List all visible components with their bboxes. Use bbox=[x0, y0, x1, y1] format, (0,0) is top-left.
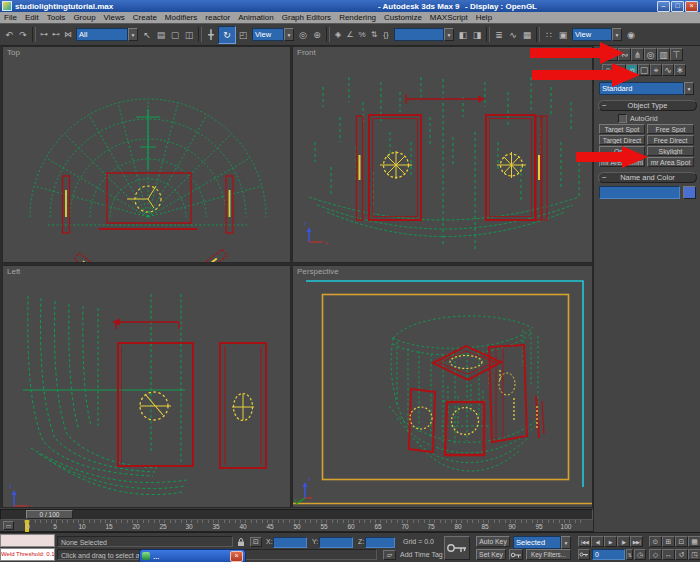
chevron-down-icon[interactable]: ▼ bbox=[684, 82, 694, 95]
schematic-view-icon[interactable]: ▦ bbox=[520, 27, 534, 43]
close-button[interactable]: × bbox=[685, 1, 698, 12]
select-and-rotate-icon[interactable]: ↻ bbox=[218, 26, 236, 44]
mirror-icon[interactable]: ◧ bbox=[456, 27, 470, 43]
chevron-down-icon[interactable]: ▼ bbox=[284, 28, 294, 41]
tab-utilities-icon[interactable]: ⊤ bbox=[670, 48, 683, 61]
menu-item-customize[interactable]: Customize bbox=[380, 13, 426, 22]
free-direct-button[interactable]: Free Direct bbox=[647, 135, 694, 145]
menu-item-create[interactable]: Create bbox=[129, 13, 161, 22]
free-spot-button[interactable]: Free Spot bbox=[647, 124, 694, 134]
set-key-button[interactable]: Set Key bbox=[476, 549, 506, 560]
title-bar[interactable]: studiolightingtutorial.max - Autodesk 3d… bbox=[0, 0, 700, 12]
y-coordinate-field[interactable] bbox=[319, 537, 353, 548]
render-type-dropdown[interactable]: View ▼ bbox=[572, 28, 622, 41]
category-systems-icon[interactable]: ∗ bbox=[674, 64, 686, 76]
redo-icon[interactable]: ↷ bbox=[16, 27, 30, 43]
layer-manager-icon[interactable]: ≣ bbox=[492, 27, 506, 43]
menu-item-graph-editors[interactable]: Graph Editors bbox=[278, 13, 335, 22]
use-pivot-center-icon[interactable]: ◎ bbox=[296, 27, 310, 43]
mr-area-spot-button[interactable]: mr Area Spot bbox=[647, 157, 694, 167]
chevron-down-icon[interactable]: ▼ bbox=[561, 536, 571, 549]
pan-icon[interactable]: ↔ bbox=[662, 549, 675, 560]
selected-set-dropdown[interactable]: Selected ▼ bbox=[513, 536, 571, 549]
absolute-offset-toggle-icon[interactable]: ⊡ bbox=[250, 537, 262, 547]
popup-close-icon[interactable]: × bbox=[230, 551, 243, 562]
select-by-name-icon[interactable]: ▤ bbox=[154, 27, 168, 43]
quick-render-icon[interactable]: ◉ bbox=[624, 27, 638, 43]
menu-item-animation[interactable]: Animation bbox=[234, 13, 278, 22]
viewport-label-perspective[interactable]: Perspective bbox=[297, 267, 339, 276]
time-slider-track[interactable]: 0 / 100 bbox=[0, 509, 593, 520]
category-spacewarps-icon[interactable]: ∿ bbox=[662, 64, 674, 76]
selection-filter-dropdown[interactable]: All ▼ bbox=[76, 28, 138, 41]
go-to-end-button[interactable]: ▶▶| bbox=[630, 536, 643, 547]
align-icon[interactable]: ◨ bbox=[470, 27, 484, 43]
tab-display-icon[interactable]: ▥ bbox=[657, 48, 670, 61]
previous-frame-button[interactable]: ◀| bbox=[591, 536, 604, 547]
next-frame-button[interactable]: |▶ bbox=[617, 536, 630, 547]
spinner-snap-icon[interactable]: ⇅ bbox=[368, 27, 380, 43]
field-of-view-icon[interactable]: ◇ bbox=[649, 549, 662, 560]
menu-item-views[interactable]: Views bbox=[100, 13, 129, 22]
tab-hierarchy-icon[interactable]: ⋔ bbox=[631, 48, 644, 61]
chevron-down-icon[interactable]: ▼ bbox=[128, 28, 138, 41]
arc-rotate-icon[interactable]: ↺ bbox=[675, 549, 688, 560]
viewport-label-top[interactable]: Top bbox=[7, 48, 20, 57]
zoom-all-icon[interactable]: ⊞ bbox=[662, 536, 675, 547]
key-filters-button[interactable]: Key Filters... bbox=[526, 549, 571, 560]
menu-item-rendering[interactable]: Rendering bbox=[335, 13, 380, 22]
time-tag-icon[interactable]: ▱ bbox=[383, 550, 396, 560]
maxscript-macro-pane[interactable] bbox=[0, 534, 55, 547]
viewport-left[interactable]: xz Left bbox=[2, 265, 291, 508]
select-object-icon[interactable]: ↖ bbox=[140, 27, 154, 43]
play-button[interactable]: ▶ bbox=[604, 536, 617, 547]
target-direct-button[interactable]: Target Direct bbox=[599, 135, 645, 145]
x-coordinate-field[interactable] bbox=[273, 537, 307, 548]
menu-item-modifiers[interactable]: Modifiers bbox=[161, 13, 201, 22]
name-color-rollout-header[interactable]: − Name and Color bbox=[598, 172, 697, 183]
add-time-tag[interactable]: Add Time Tag bbox=[400, 551, 443, 558]
viewport-top[interactable]: xy Top bbox=[2, 46, 291, 263]
time-slider-handle[interactable]: 0 / 100 bbox=[26, 510, 73, 519]
keyable-icons-button[interactable] bbox=[509, 549, 523, 560]
material-editor-icon[interactable]: ∷ bbox=[542, 27, 556, 43]
auto-key-button[interactable]: Auto Key bbox=[476, 536, 510, 547]
select-and-link-icon[interactable]: ⊶ bbox=[38, 27, 50, 43]
popup-window-titlebar[interactable]: … × bbox=[139, 549, 246, 562]
menu-item-reactor[interactable]: reactor bbox=[201, 13, 234, 22]
category-helpers-icon[interactable]: ⌖ bbox=[650, 64, 662, 76]
selection-lock-icon[interactable] bbox=[236, 537, 246, 547]
window-crossing-icon[interactable]: ◫ bbox=[182, 27, 196, 43]
snap-toggle-icon[interactable]: ◈ bbox=[332, 27, 344, 43]
object-name-field[interactable] bbox=[599, 186, 680, 199]
viewport-label-left[interactable]: Left bbox=[7, 267, 20, 276]
percent-snap-icon[interactable]: % bbox=[356, 27, 368, 43]
set-key-mode-button[interactable] bbox=[444, 536, 470, 560]
zoom-extents-icon[interactable]: ⊡ bbox=[675, 536, 688, 547]
tab-motion-icon[interactable]: ◎ bbox=[644, 48, 657, 61]
unlink-selection-icon[interactable]: ⊷ bbox=[50, 27, 62, 43]
reference-coordinate-dropdown[interactable]: View ▼ bbox=[252, 28, 294, 41]
render-setup-icon[interactable]: ▣ bbox=[556, 27, 570, 43]
go-to-start-button[interactable]: |◀◀ bbox=[578, 536, 591, 547]
bind-to-space-warp-icon[interactable]: ⋈ bbox=[62, 27, 74, 43]
select-and-manipulate-icon[interactable]: ⊛ bbox=[310, 27, 324, 43]
target-spot-button[interactable]: Target Spot bbox=[599, 124, 645, 134]
angle-snap-icon[interactable]: ∠ bbox=[344, 27, 356, 43]
menu-item-tools[interactable]: Tools bbox=[43, 13, 70, 22]
chevron-down-icon[interactable]: ▼ bbox=[444, 28, 454, 41]
restore-button[interactable]: □ bbox=[671, 1, 684, 12]
menu-item-edit[interactable]: Edit bbox=[21, 13, 43, 22]
maxscript-listener-pane[interactable]: Weld Threshold: 0.1 bbox=[0, 548, 55, 561]
key-mode-toggle-button[interactable] bbox=[578, 549, 590, 560]
curve-editor-icon[interactable]: ∿ bbox=[506, 27, 520, 43]
menu-item-maxscript[interactable]: MAXScript bbox=[426, 13, 472, 22]
rectangular-selection-region-icon[interactable]: ▢ bbox=[168, 27, 182, 43]
viewport-label-front[interactable]: Front bbox=[297, 48, 316, 57]
select-and-scale-icon[interactable]: ◰ bbox=[236, 27, 250, 43]
undo-icon[interactable]: ↶ bbox=[2, 27, 16, 43]
menu-item-help[interactable]: Help bbox=[472, 13, 496, 22]
zoom-icon[interactable]: ⊙ bbox=[649, 536, 662, 547]
min-max-toggle-icon[interactable]: ◳ bbox=[688, 549, 700, 560]
named-selection-dropdown[interactable]: ▼ bbox=[394, 28, 454, 41]
